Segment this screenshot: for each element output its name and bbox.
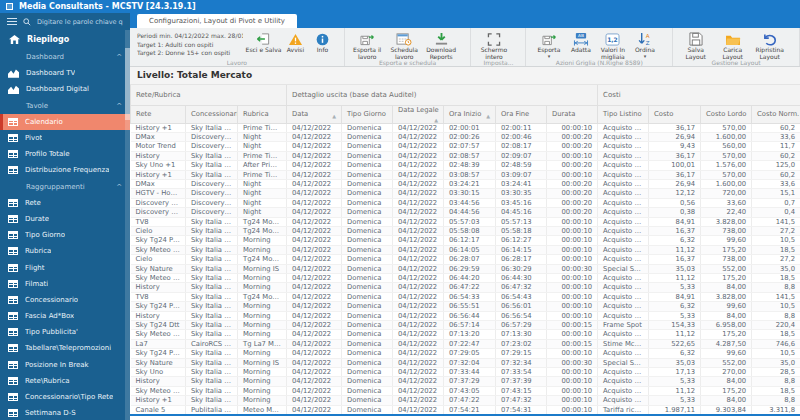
export-grid-icon [541, 31, 557, 47]
table-row[interactable]: HistorySky Italia S.r.l.Morning04/12/202… [131, 377, 800, 386]
table-row[interactable]: Sky Tg24 DttSky Italia S.r.l.Morning04/1… [131, 321, 800, 330]
valori-in-migliaia-button[interactable]: 1,2 Valori In migliaia [594, 30, 631, 61]
col-header-costo-lordo[interactable]: Costo Lordo [701, 105, 752, 123]
col-header-ora-inizio[interactable]: Ora Inizio▲ [444, 105, 496, 123]
menu-icon[interactable] [7, 18, 17, 25]
titlebar: Media Consultants - MCSTV [24.3.19.1] [0, 0, 800, 13]
cell-durata: 00:00:20 [547, 142, 598, 151]
table-row[interactable]: TV8Sky Italia S.r.l.Tg24 Morning04/12/20… [131, 292, 800, 301]
cell-data-legale: 04/12/2022 [393, 208, 444, 217]
table-row[interactable]: HistorySky Italia S.r.l.Prime Time04/12/… [131, 151, 800, 160]
sidebar-item-dashboard-tv[interactable]: Dashboard TV [0, 65, 130, 81]
table-row[interactable]: Discovery Chan...Discovery Italia ...Nig… [131, 208, 800, 217]
adatta-button[interactable]: AB Adatta [567, 30, 594, 54]
esci-e-salva-button[interactable]: Esci e Salva [245, 30, 282, 54]
schermo-intero-button[interactable]: Schermo intero [475, 30, 512, 61]
ripristina-layout-button[interactable]: Ripristina Layout [751, 30, 788, 61]
table-row[interactable]: Motor TrendDiscovery Italia ...Night04/1… [131, 142, 800, 151]
table-row[interactable]: Sky Uno +1Sky Italia S.r.l.After Prime T… [131, 161, 800, 170]
sidebar-item-dashboard-digital[interactable]: Dashboard Digital [0, 81, 130, 97]
cell-costo-lordo: 22,40 [701, 208, 752, 217]
table-row[interactable]: Sky Meteo 24Sky Italia S.r.l.Morning04/1… [131, 330, 800, 339]
cell-ora-fine: 02:48:59 [496, 161, 547, 170]
cell-ora-inizio: 06:28:07 [444, 255, 496, 264]
table-row[interactable]: Sky Meteo 24Sky Italia S.r.l.Morning04/1… [131, 274, 800, 283]
table-row[interactable]: Sky NatureSky Italia S.r.l.Morning IS04/… [131, 264, 800, 273]
sidebar-item-rubrica[interactable]: Rubrica [0, 243, 130, 259]
sidebar-item-profilo-totale[interactable]: Profilo Totale [0, 146, 130, 162]
sidebar-item-rete[interactable]: Rete [0, 195, 130, 211]
sidebar-item-fascia-ad-box[interactable]: Fascia Ad*Box [0, 308, 130, 324]
table-row[interactable]: Sky Meteo 24Sky Italia S.r.l.Morning04/1… [131, 386, 800, 395]
col-header-concessionario[interactable]: Concessionario [186, 105, 238, 123]
col-header-rete[interactable]: Rete [131, 105, 186, 123]
sidebar-item-riepilogo[interactable]: Riepilogo [0, 30, 130, 49]
col-header-tipo-listino[interactable]: Tipo Listino [598, 105, 649, 123]
sidebar-section-raggruppamenti[interactable]: Raggruppamenti^ [0, 179, 130, 195]
table-row[interactable]: Sky UnoSky Italia S.r.l.Morning04/12/202… [131, 368, 800, 377]
cell-data-legale: 04/12/2022 [393, 302, 444, 311]
sidebar-item-distribuzione-frequenza[interactable]: Distribuzione Frequenza [0, 162, 130, 178]
table-row[interactable]: TV8Sky Italia S.r.l.Tg24 Morning04/12/20… [131, 217, 800, 226]
sidebar-section-tavole[interactable]: Tavole^ [0, 98, 130, 114]
table-row[interactable]: History +1Sky Italia S.r.l.Morning04/12/… [131, 396, 800, 405]
scrollbar-thumb[interactable] [125, 48, 130, 120]
col-header-data-legale[interactable]: Data Legale▲ [393, 105, 444, 123]
carica-layout-button[interactable]: Carica Layout [714, 30, 751, 61]
info-button[interactable]: Info [309, 30, 336, 54]
table-row[interactable]: Discovery Chan...Discovery Italia ...Nig… [131, 198, 800, 207]
col-header-ora-fine[interactable]: Ora Fine [496, 105, 547, 123]
schedula-lavoro-button[interactable]: Schedula lavoro [386, 30, 423, 61]
table-row[interactable]: HistorySky Italia S.r.l.Morning04/12/202… [131, 283, 800, 292]
col-header-tipo-giorno[interactable]: Tipo Giorno [342, 105, 393, 123]
sidebar-item-flight[interactable]: Flight [0, 259, 130, 275]
search-input[interactable] [37, 18, 123, 26]
table-row[interactable]: Sky Tg24 Primo ...Sky Italia S.r.l.Morni… [131, 236, 800, 245]
col-header-data[interactable]: Data▲ [287, 105, 342, 123]
sidebar-item-rete-rubrica[interactable]: Rete\Rubrica [0, 373, 130, 389]
sidebar-item-settimana-d-s[interactable]: Settimana D-S [0, 405, 130, 420]
sidebar-item-pivot[interactable]: Pivot [0, 130, 130, 146]
sidebar-item-durate[interactable]: Durate [0, 211, 130, 227]
sidebar-item-tabellare-telepromozioni[interactable]: Tabellare\Telepromozioni [0, 340, 130, 356]
cell-ora-fine: 07:13:30 [496, 330, 547, 339]
table-row[interactable]: Sky NatureSky Italia S.r.l.Morning IS04/… [131, 358, 800, 367]
table-row[interactable]: La7CairoRCS Media ...Tg La7 Mattino/...0… [131, 339, 800, 348]
col-header-rubrica[interactable]: Rubrica [238, 105, 287, 123]
esporta-il-lavoro-button[interactable]: Esporta il lavoro [349, 30, 386, 61]
sidebar-item-calendario[interactable]: Calendario [0, 114, 130, 130]
cell-rete: Cielo [131, 226, 186, 235]
sidebar-item-filmati[interactable]: Filmati [0, 276, 130, 292]
sidebar-item-posizione-in-break[interactable]: Posizione In Break [0, 357, 130, 373]
col-header-costo[interactable]: Costo [649, 105, 701, 123]
table-row[interactable]: Sky Tg24 Primo ...Sky Italia S.r.l.Morni… [131, 349, 800, 358]
table-row[interactable]: CieloSky Italia S.r.l.Tg24 Morning04/12/… [131, 255, 800, 264]
table-row[interactable]: DMaxDiscovery Italia ...Night04/12/2022D… [131, 179, 800, 188]
sidebar-item-tipo-pubblicita[interactable]: Tipo Pubblicita' [0, 324, 130, 340]
avvisi-button[interactable]: Avvisi [282, 30, 309, 54]
download-reports-button[interactable]: Download Reports [423, 30, 460, 61]
table-row[interactable]: Canale 5Publitalia 80 S.p...Meteo Mattin… [131, 405, 800, 414]
cell-data: 04/12/2022 [287, 142, 342, 151]
sidebar-scrollbar[interactable] [125, 30, 130, 420]
salva-layout-button[interactable]: Salva Layout [677, 30, 714, 61]
sidebar-item-tipo-giorno[interactable]: Tipo Giorno [0, 227, 130, 243]
col-header-durata[interactable]: Durata [547, 105, 598, 123]
table-row[interactable]: CieloSky Italia S.r.l.Tg24 Morning04/12/… [131, 226, 800, 235]
table-row[interactable]: Sky Meteo 24Sky Italia S.r.l.Morning04/1… [131, 245, 800, 254]
sidebar-section-dashboard[interactable]: Dashboard^ [0, 49, 130, 65]
sidebar-item-concessionario-tipo-rete[interactable]: Concessionario\Tipo Rete [0, 389, 130, 405]
cell-costo-lordo: 175,20 [701, 386, 752, 395]
table-row[interactable]: History +1Sky Italia S.r.l.Prime Time04/… [131, 123, 800, 132]
esporta-griglia-button[interactable]: Esporta ▾ [530, 30, 567, 59]
table-row[interactable]: DMaxDiscovery Italia ...Night04/12/2022D… [131, 132, 800, 141]
table-row[interactable]: Sky Tg24 Primo ...Sky Italia S.r.l.Morni… [131, 302, 800, 311]
ordina-button[interactable]: AZ Ordina ▾ [631, 30, 658, 59]
table-row[interactable]: HGTV - Home & ...Discovery Italia ...Nig… [131, 189, 800, 198]
col-header-costo-norm[interactable]: Costo Norm. [752, 105, 800, 123]
tab-configurazioni-layout[interactable]: Configurazioni, Layout di Pivot e Utilit… [137, 14, 297, 28]
cell-costo-norm: 27,2 [752, 226, 800, 235]
table-row[interactable]: HistorySky Italia S.r.l.Morning04/12/202… [131, 311, 800, 320]
sidebar-item-concessionario[interactable]: Concessionario [0, 292, 130, 308]
table-row[interactable]: History +1Sky Italia S.r.l.Prime Time04/… [131, 170, 800, 179]
